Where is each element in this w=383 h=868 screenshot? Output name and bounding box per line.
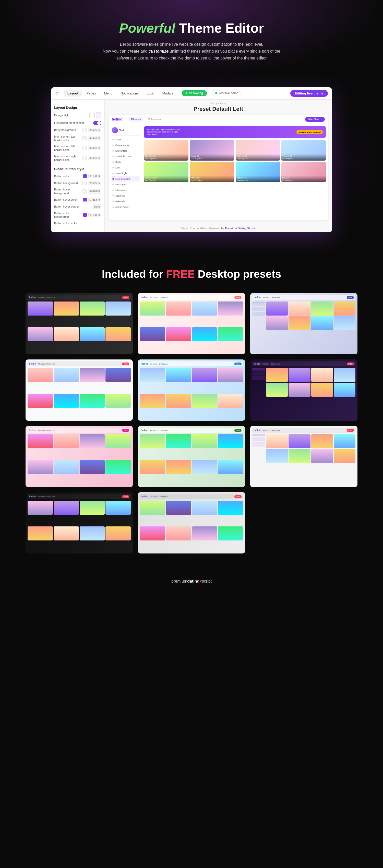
design-style-control[interactable] bbox=[89, 113, 101, 118]
p8-card-5 bbox=[140, 460, 165, 474]
nav-menu[interactable]: Menu bbox=[100, 90, 116, 96]
nav-pages[interactable]: Pages bbox=[83, 90, 99, 96]
main-top-swatch[interactable] bbox=[83, 136, 87, 141]
preview-tab-all[interactable]: All users bbox=[128, 117, 143, 122]
preview-sidebar-most-popular[interactable]: Most populars bbox=[111, 177, 140, 182]
body-bg-control[interactable]: #F6F6F6 bbox=[83, 128, 101, 132]
btn-color-swatch[interactable] bbox=[83, 174, 87, 178]
preview-card-4: Verena, 25 Los Angeles bbox=[282, 140, 326, 161]
preview-sidebar-scheduled[interactable]: Scheduled date bbox=[111, 154, 140, 159]
editor-left-panel[interactable]: Layout Design Design style Full screen m… bbox=[51, 99, 105, 232]
referrals-dot bbox=[112, 201, 114, 202]
auto-saving-button[interactable]: Auto Saving bbox=[182, 90, 207, 96]
preset-mini-14 bbox=[166, 327, 191, 341]
p5-card-6 bbox=[166, 394, 191, 408]
preview-sidebar-admin[interactable]: Admin Panel bbox=[111, 205, 140, 210]
btn-hover-bg-control[interactable]: #F6F6F6 bbox=[83, 189, 101, 193]
scheduled-dot bbox=[112, 156, 114, 157]
preset-mini-6 bbox=[54, 327, 79, 341]
btn-hover-bg-swatch[interactable] bbox=[83, 189, 87, 193]
preset-10-grid bbox=[28, 501, 131, 552]
preview-sidebar-messages[interactable]: Messages bbox=[111, 182, 140, 187]
preview-sidebar-live[interactable]: Live bbox=[111, 165, 140, 170]
card-overlay-8: Ida, 22 Los Angeles bbox=[282, 176, 326, 182]
nav-layout[interactable]: Layout bbox=[64, 90, 82, 96]
nav-logo[interactable]: Logo bbox=[143, 90, 158, 96]
main-top-control[interactable]: #F6F6F6 bbox=[83, 136, 101, 141]
p7-card-2 bbox=[54, 434, 79, 448]
body-bg-row: Body background #F6F6F6 bbox=[54, 128, 101, 132]
body-bg-swatch[interactable] bbox=[83, 128, 87, 132]
p7-card-8 bbox=[106, 460, 131, 474]
preset-mini-2 bbox=[54, 302, 79, 315]
preset-3-with-sidebar bbox=[252, 302, 355, 352]
style-box-2[interactable] bbox=[96, 113, 101, 118]
p11-card-1 bbox=[140, 501, 165, 515]
preset-mini-11 bbox=[192, 302, 217, 315]
p5-card-4 bbox=[218, 368, 243, 382]
preview-card-8: Ida, 22 Los Angeles bbox=[282, 162, 326, 182]
preview-sidebar-encounters[interactable]: Encounters bbox=[111, 148, 140, 153]
p3-card-3 bbox=[311, 302, 333, 315]
preview-tab-online[interactable]: Online now bbox=[146, 117, 163, 122]
preview-sidebar-cashout[interactable]: Cash out bbox=[111, 193, 140, 198]
preview-sidebar-live-mingle[interactable]: Live mingle bbox=[111, 171, 140, 176]
preset-5-btn: Filter bbox=[234, 363, 241, 365]
preset-11-inner: belloo All users Online now Filter bbox=[138, 492, 245, 554]
main-right-control[interactable]: #F6F6F6 bbox=[83, 156, 101, 160]
footer-link[interactable]: Premium Dating Script bbox=[225, 227, 255, 230]
preset-card-11: belloo All users Online now Filter bbox=[138, 492, 245, 554]
preset-5-grid bbox=[140, 368, 243, 419]
preset-mini-9 bbox=[140, 302, 165, 315]
main-left-control[interactable]: #F6F6F6 bbox=[83, 146, 101, 150]
promo-text: Increase your popularity and accessspeci… bbox=[147, 128, 180, 136]
btn-active-bg-swatch[interactable] bbox=[83, 213, 87, 217]
editor-nav: Layout Pages Menu Notifications Logo Mod… bbox=[64, 90, 177, 96]
p4-card-6 bbox=[54, 394, 79, 408]
promo-button[interactable]: activate super powers! bbox=[296, 130, 323, 134]
preview-sidebar-radio[interactable]: Radio bbox=[111, 160, 140, 165]
preview-sidebar-feed[interactable]: Feed bbox=[111, 137, 140, 142]
preview-sidebar-referrals[interactable]: Referrals bbox=[111, 199, 140, 204]
btn-color-control[interactable]: #7838F9 bbox=[83, 174, 101, 178]
preview-app-bar: belloo All users Online now Filter Searc… bbox=[109, 115, 328, 124]
card-overlay-4: Verena, 25 Los Angeles bbox=[282, 154, 326, 161]
p9-si-3 bbox=[252, 439, 265, 441]
p11-card-7 bbox=[192, 526, 217, 540]
btn-hover-border-control[interactable]: none bbox=[93, 205, 101, 209]
nav-notifications[interactable]: Notifications bbox=[117, 90, 142, 96]
p9-si-4 bbox=[252, 442, 265, 444]
btn-hover-color-swatch[interactable] bbox=[83, 197, 87, 202]
btn-bg-swatch[interactable] bbox=[83, 181, 87, 185]
p8-card-3 bbox=[192, 434, 217, 448]
divider-1 bbox=[54, 164, 101, 164]
preview-grid: Theresia, 24 Los Angeles Daria, 27 Los A… bbox=[144, 140, 326, 182]
p9-si-5 bbox=[252, 444, 265, 446]
btn-hover-color-control[interactable]: #7838F9 bbox=[83, 197, 101, 202]
preset-5-nav: All users Online now bbox=[150, 363, 168, 365]
editing-live-button[interactable]: Editing live theme bbox=[290, 90, 328, 97]
preset-3-topbar: belloo All users Online now Filter bbox=[252, 295, 355, 300]
p3-card-2 bbox=[289, 302, 310, 315]
test-live-button[interactable]: Test live demo bbox=[212, 90, 242, 96]
main-right-swatch[interactable] bbox=[83, 156, 87, 160]
preview-sidebar-interactions[interactable]: Interactions bbox=[111, 188, 140, 193]
ps-item-4 bbox=[252, 309, 265, 311]
p9-card-3 bbox=[311, 434, 333, 448]
preview-sidebar-nerby[interactable]: People nerby bbox=[111, 143, 140, 148]
p6-si-5 bbox=[252, 378, 265, 380]
preset-7-topbar: belloo All users Online now Filter bbox=[28, 428, 131, 433]
p6-si-1 bbox=[252, 368, 265, 370]
p9-card-8 bbox=[334, 449, 355, 463]
main-left-swatch[interactable] bbox=[83, 146, 87, 150]
style-box-1[interactable] bbox=[89, 113, 95, 118]
preset-2-inner: belloo All users Online now Filter bbox=[138, 293, 245, 354]
preview-filter-button[interactable]: Filter Search bbox=[305, 117, 325, 122]
btn-active-bg-control[interactable]: #7838F9 bbox=[83, 213, 101, 217]
full-section-toggle[interactable] bbox=[93, 121, 101, 125]
btn-bg-control[interactable]: #F6F6F6 bbox=[83, 181, 101, 185]
nav-modals[interactable]: Modals bbox=[159, 90, 177, 96]
settings-icon[interactable]: ⚙ bbox=[55, 91, 59, 96]
presets-grid: belloo All users Online now Filter bbox=[26, 293, 357, 554]
p11-card-8 bbox=[218, 526, 243, 540]
